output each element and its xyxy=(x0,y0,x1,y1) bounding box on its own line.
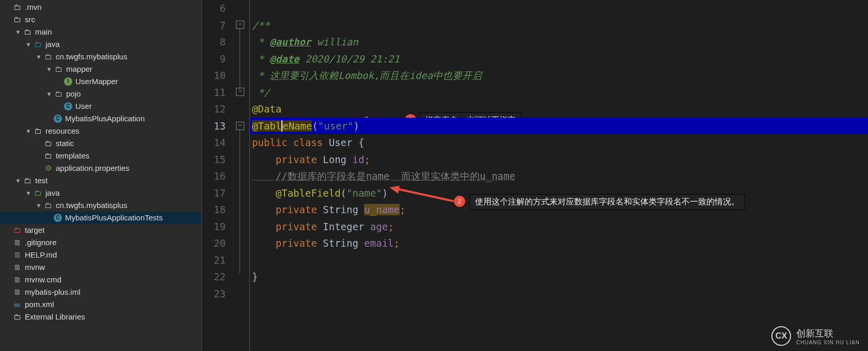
watermark-badge: CX xyxy=(771,326,791,346)
tree-row[interactable]: 🗎mvnw.cmd xyxy=(0,274,201,286)
tree-item-label: target xyxy=(25,224,44,236)
field-token: age xyxy=(370,221,388,232)
line-number: 12 xyxy=(202,101,233,118)
line-number: 22 xyxy=(202,268,233,285)
fold-icon[interactable]: − xyxy=(236,88,244,96)
tree-row[interactable]: ▼🗀main xyxy=(0,26,201,38)
line-number: 17 xyxy=(202,185,233,202)
tree-row[interactable]: 🗎HELP.md xyxy=(0,249,201,261)
field-token: email xyxy=(364,237,393,249)
code-line[interactable] xyxy=(250,0,868,17)
line-number: 19 xyxy=(202,218,233,235)
chevron-icon[interactable]: ▼ xyxy=(25,187,32,199)
tree-row[interactable]: ▼🗀mapper xyxy=(0,63,201,75)
tree-row[interactable]: CUser xyxy=(0,100,201,113)
comment-token: * 这里要引入依赖Lombok,而且在idea中也要开启 xyxy=(252,70,482,81)
folder-icon: 🗀 xyxy=(43,151,53,161)
tree-row[interactable]: ▼🗀java xyxy=(0,187,201,199)
tree-item-label: pom.xml xyxy=(25,298,54,311)
line-number: 7 xyxy=(202,17,233,34)
chevron-icon[interactable]: ▼ xyxy=(45,63,53,75)
tree-item-label: UserMapper xyxy=(75,75,118,88)
tree-row[interactable]: ▼🗀pojo xyxy=(0,88,201,100)
file-icon: 🗎 xyxy=(12,238,22,247)
code-line[interactable]: * 这里要引入依赖Lombok,而且在idea中也要开启 xyxy=(250,67,868,84)
doc-tag-token: @date xyxy=(270,53,299,65)
line-number: 9 xyxy=(202,51,233,68)
code-editor[interactable]: 67891011121314151617181920212223 − − − 1… xyxy=(202,0,868,351)
tree-row[interactable]: ▼🗀resources xyxy=(0,125,201,137)
code-line[interactable] xyxy=(250,285,868,302)
code-line[interactable]: } xyxy=(250,268,868,285)
code-line[interactable]: @Data xyxy=(250,101,868,118)
code-line[interactable]: @TableField("name") xyxy=(250,185,868,202)
chevron-icon[interactable]: ▼ xyxy=(45,88,53,100)
tree-row[interactable]: ▼🗀cn.twgfs.mybatisplus xyxy=(0,199,201,212)
tree-item-label: main xyxy=(35,26,52,38)
project-tree-panel: 🗀.mvn🗀src▼🗀main▼🗀java▼🗀cn.twgfs.mybatisp… xyxy=(0,0,202,351)
class-icon: C xyxy=(54,115,62,123)
line-number: 15 xyxy=(202,151,233,168)
code-line[interactable]: private Integer age; xyxy=(250,218,868,235)
tree-row[interactable]: ▼🗀java xyxy=(0,38,201,51)
tree-row[interactable]: ▼🗀test xyxy=(0,174,201,187)
class-icon: C xyxy=(54,214,62,222)
tree-item-label: .gitignore xyxy=(25,236,57,249)
tree-row[interactable]: CMybatisPlusApplication xyxy=(0,113,201,125)
tree-row[interactable]: ⚙application.properties xyxy=(0,162,201,174)
code-line[interactable]: private Long id; xyxy=(250,151,868,168)
tree-row[interactable]: IUserMapper xyxy=(0,75,201,88)
code-line[interactable] xyxy=(250,252,868,269)
code-area[interactable]: 1 指定表名，也可以不指定 2 使用这个注解的方式来对应数据库字段名和实体类字段… xyxy=(250,0,868,351)
tree-item-label: MybatisPlusApplicationTests xyxy=(65,212,163,224)
line-number: 18 xyxy=(202,201,233,218)
code-line[interactable]: * @date 2020/10/29 21:21 xyxy=(250,51,868,68)
line-number: 20 xyxy=(202,235,233,252)
folder-icon: 🗀 xyxy=(33,188,42,198)
code-line[interactable]: * @author willian xyxy=(250,34,868,51)
annotation-token: @TableField xyxy=(252,187,341,199)
file-icon: 🗎 xyxy=(12,250,22,260)
file-icon: 🗎 xyxy=(12,288,22,297)
fold-icon[interactable]: − xyxy=(236,21,244,29)
tree-row[interactable]: mpom.xml xyxy=(0,298,201,311)
tree-item-label: pojo xyxy=(66,88,81,100)
tree-row[interactable]: CMybatisPlusApplicationTests xyxy=(0,212,201,224)
tree-item-label: cn.twgfs.mybatisplus xyxy=(56,199,127,212)
code-line[interactable]: @TableName("user") xyxy=(250,118,868,135)
code-line[interactable]: private String u_name; xyxy=(250,201,868,218)
chevron-icon[interactable]: ▼ xyxy=(14,174,22,187)
line-number: 11 xyxy=(202,84,233,101)
chevron-icon[interactable]: ▼ xyxy=(25,38,32,51)
tree-row[interactable]: 🗀.mvn xyxy=(0,1,201,13)
tree-row[interactable]: 🗀target xyxy=(0,224,201,236)
annotation-token: @Data xyxy=(252,103,281,115)
chevron-icon[interactable]: ▼ xyxy=(35,199,42,212)
code-line[interactable]: */ xyxy=(250,84,868,101)
tree-item-label: static xyxy=(56,137,74,150)
tree-row[interactable]: 🗎mybatis-plus.iml xyxy=(0,286,201,298)
watermark-title: 创新互联 xyxy=(796,327,860,340)
code-line[interactable]: /** xyxy=(250,17,868,34)
chevron-icon[interactable]: ▼ xyxy=(14,26,22,38)
fold-icon[interactable]: − xyxy=(236,122,244,130)
code-line[interactable]: private String email; xyxy=(250,235,868,252)
code-line[interactable]: //数据库的字段名是name 而这里实体类中的u_name xyxy=(250,168,868,185)
properties-icon: ⚙ xyxy=(43,164,53,173)
tree-row[interactable]: 🗀src xyxy=(0,13,201,26)
comment-token: */ xyxy=(252,87,270,98)
chevron-icon[interactable]: ▼ xyxy=(25,125,32,137)
tree-row[interactable]: 🗎.gitignore xyxy=(0,236,201,249)
string-token: "name" xyxy=(346,187,382,199)
tree-row[interactable]: ▼🗀cn.twgfs.mybatisplus xyxy=(0,51,201,63)
tree-row[interactable]: 🗎mvnw xyxy=(0,261,201,274)
tree-row[interactable]: 🗀static xyxy=(0,137,201,150)
folder-icon: 🗀 xyxy=(23,176,32,185)
chevron-icon[interactable]: ▼ xyxy=(35,51,42,63)
tree-row[interactable]: 🗀External Libraries xyxy=(0,311,201,323)
code-line[interactable]: public class User { xyxy=(250,134,868,151)
line-number: 10 xyxy=(202,67,233,84)
line-number: 23 xyxy=(202,285,233,302)
tree-item-label: User xyxy=(75,100,92,113)
tree-row[interactable]: 🗀templates xyxy=(0,150,201,162)
